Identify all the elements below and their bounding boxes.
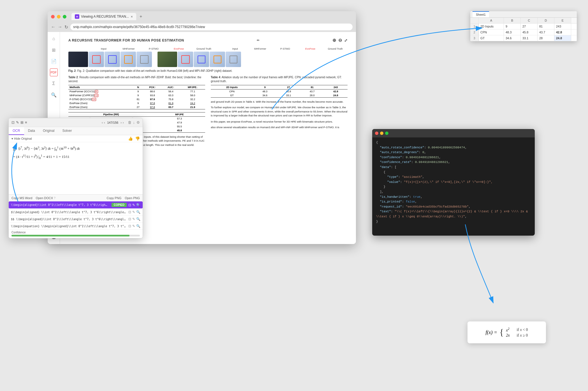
tab-close-button[interactable]: ✕: [131, 15, 133, 18]
edit-icon-1[interactable]: ✎: [132, 203, 135, 207]
copy-icon-2[interactable]: ⊡: [128, 210, 131, 214]
terminal-close[interactable]: [375, 132, 378, 135]
ss-cell-b2[interactable]: 48.3: [504, 29, 521, 35]
ocr-nav-prev2[interactable]: ‹: [104, 121, 105, 124]
ocr-btn-group-left: Copy MS Word Open DOCX ?: [11, 196, 55, 200]
thumbs-down-icon[interactable]: 👎: [135, 136, 140, 141]
result-actions-3: ⊡ ✎ 🔍: [128, 217, 140, 221]
ss-cell-e3[interactable]: 24.8: [554, 35, 571, 41]
ss-cell-a1[interactable]: 2D Inputs: [479, 24, 504, 29]
ocr-icon-grid[interactable]: ⊞: [20, 120, 24, 125]
zoom-in-button[interactable]: ⊕: [332, 38, 336, 43]
table2: Methods N PCK↑ AUC↑ MPJPE↓ PoseFormer (I…: [68, 85, 205, 109]
confidence-label: Confidence: [11, 231, 140, 234]
table4-col-81: 81: [300, 85, 324, 89]
zoom-out-button[interactable]: ⊖: [338, 38, 342, 43]
table4-col-9: 9: [253, 85, 277, 89]
browser-addressbar: ← → ↻ snip.mathpix.com/mathpix-example/p…: [48, 22, 356, 32]
search-icon-1[interactable]: 🔍: [136, 203, 140, 207]
result-text-3: $$ \\begin{aligned}\\int_0^1\\left\\lang…: [11, 218, 127, 221]
copy-png-button[interactable]: Copy PNG: [107, 196, 122, 200]
ocr-icon-edit[interactable]: ✎: [16, 120, 19, 125]
sidebar-item-grid[interactable]: ⊞: [50, 46, 58, 54]
open-png-button[interactable]: Open PNG: [125, 196, 140, 200]
copy-ms-word-button[interactable]: Copy MS Word: [11, 196, 32, 200]
address-bar[interactable]: snip.mathpix.com/mathpix-example/pdfs/36…: [70, 24, 353, 30]
ss-cell-e2[interactable]: 42.8: [554, 29, 571, 35]
piecewise-cases: x2 if x < 0 2x if x ≥ 0: [506, 327, 528, 338]
ocr-icon-copy[interactable]: ⊡: [11, 120, 15, 125]
edit-icon-2[interactable]: ✎: [132, 210, 135, 214]
ss-cell-b3[interactable]: 34.6: [504, 35, 521, 41]
browser-tab[interactable]: M Viewing A RECURSIVE TRAN... ✕: [71, 13, 136, 20]
ss-cell-d3[interactable]: 28: [538, 35, 554, 41]
ocr-icon-menu[interactable]: ≡: [25, 120, 27, 125]
search-icon-4[interactable]: 🔍: [136, 224, 140, 228]
sidebar-item-doc[interactable]: 📄: [50, 57, 58, 65]
edit-icon[interactable]: ✏: [257, 38, 260, 42]
search-icon-2[interactable]: 🔍: [136, 210, 140, 214]
ss-cell-e1[interactable]: 243: [554, 24, 571, 29]
sidebar-item-search[interactable]: 🔍: [50, 91, 58, 99]
minimize-button[interactable]: [57, 15, 61, 19]
spreadsheet-tab-sheet1[interactable]: Sheet1: [473, 11, 489, 17]
new-tab-button[interactable]: +: [140, 14, 142, 19]
terminal-maximize[interactable]: [385, 132, 388, 135]
ss-cell-a3[interactable]: GT: [479, 35, 504, 41]
maximize-button[interactable]: [63, 15, 66, 19]
ss-cell-d2[interactable]: 43.7: [538, 29, 554, 35]
expand-button[interactable]: ⤢: [344, 38, 348, 43]
forward-button[interactable]: →: [58, 24, 62, 29]
ocr-page-info: 147/156: [107, 121, 118, 124]
result-item-1[interactable]: \\begin{aligned}\\int_0^1\\left\\langle …: [9, 201, 143, 209]
hide-original-toggle[interactable]: ▾ Hide Original: [11, 137, 32, 141]
ocr-nav-prev[interactable]: ‹: [102, 121, 103, 124]
ss-col-a: A: [479, 18, 504, 23]
edit-icon-4[interactable]: ✎: [132, 224, 135, 228]
open-docx-button[interactable]: Open DOCX ?: [36, 196, 55, 200]
result-text-2: $\\begin{aligned} \\int_0^1\\left\\langl…: [11, 211, 127, 214]
paper-header: A RECURSIVE TRANSFORMER FOR 3D HUMAN POS…: [68, 38, 348, 43]
arrow-json-to-mathcard: [465, 224, 493, 303]
sidebar-item-sigma[interactable]: Σ: [50, 80, 58, 88]
ocr-download-icon[interactable]: ↓: [133, 120, 135, 125]
ss-cell-c1[interactable]: 27: [521, 24, 538, 29]
edit-icon-3[interactable]: ✎: [132, 217, 135, 221]
back-button[interactable]: ←: [51, 24, 55, 29]
copied-badge: COPIED: [112, 203, 127, 207]
ocr-settings-icon[interactable]: ⚙: [136, 120, 140, 125]
result-item-4[interactable]: \\begin{equation} \\begin{aligned}\\int_…: [9, 223, 143, 230]
ocr-tab-ocr[interactable]: OCR: [9, 127, 24, 135]
ss-cell-c3[interactable]: 33.1: [521, 35, 538, 41]
ocr-tab-original[interactable]: Original: [39, 127, 58, 135]
thumbs-up-icon[interactable]: 👍: [128, 136, 133, 141]
result-item-2[interactable]: $\\begin{aligned} \\int_0^1\\left\\langl…: [9, 209, 143, 216]
ocr-nav-next[interactable]: ›: [121, 121, 122, 124]
table-row: EvoPose (Ours) 997.881.924.2: [68, 101, 205, 105]
ss-row-num-2: 2: [470, 29, 479, 35]
ocr-tab-solver[interactable]: Solver: [58, 127, 76, 135]
copy-icon-3[interactable]: ⊡: [128, 217, 131, 221]
sidebar-item-home[interactable]: ⌂: [50, 35, 58, 43]
ss-cell-b1[interactable]: 9: [504, 24, 521, 29]
ocr-btn-group-right: Copy PNG Open PNG: [107, 196, 140, 200]
ss-cell-d1[interactable]: 81: [538, 24, 554, 29]
body-text-right-2: To further explore our model, we compare…: [211, 105, 348, 118]
result-item-3[interactable]: $$ \\begin{aligned}\\int_0^1\\left\\lang…: [9, 216, 143, 223]
ss-cell-a2[interactable]: CPN: [479, 29, 504, 35]
copy-icon-4[interactable]: ⊡: [128, 224, 131, 228]
refresh-button[interactable]: ↻: [64, 24, 68, 30]
close-button[interactable]: [51, 15, 55, 19]
sidebar-item-pdf[interactable]: PDF: [50, 68, 58, 76]
fig-cell-3: [105, 52, 120, 67]
ss-col-num: [470, 18, 479, 23]
ocr-tab-data[interactable]: Data: [24, 127, 39, 135]
terminal-minimize[interactable]: [380, 132, 383, 135]
ocr-nav-next2[interactable]: ›: [123, 121, 124, 124]
spreadsheet-overlay: Sheet1 A B C D E 1 2D Inputs 9 27 81 243…: [470, 11, 577, 41]
table2-col-methods: Methods: [68, 85, 133, 89]
ocr-trash-icon[interactable]: 🗑: [128, 120, 131, 125]
copy-icon-1[interactable]: ⊡: [128, 203, 131, 207]
search-icon-3[interactable]: 🔍: [136, 217, 140, 221]
ss-cell-c2[interactable]: 45.8: [521, 29, 538, 35]
